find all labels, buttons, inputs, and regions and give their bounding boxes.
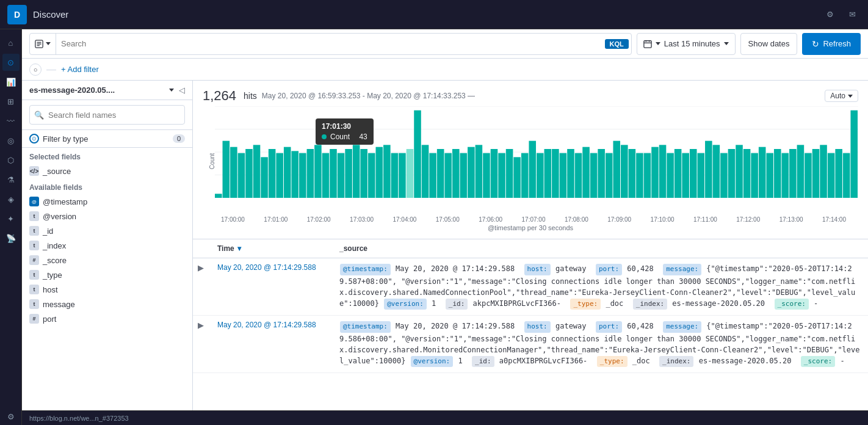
index-pattern-name[interactable]: es-message-2020.05.... (29, 85, 164, 95)
bar-24[interactable] (399, 153, 406, 198)
bar-76[interactable] (797, 145, 805, 198)
bar-32[interactable] (460, 153, 468, 198)
show-dates-button[interactable]: Show dates (740, 33, 798, 55)
bar-3[interactable] (238, 153, 245, 198)
bar-47[interactable] (575, 153, 582, 198)
bar-5[interactable] (253, 145, 261, 198)
bar-0[interactable] (215, 194, 222, 198)
bar-55[interactable] (636, 153, 643, 198)
bar-41[interactable] (529, 141, 536, 198)
bar-37[interactable] (498, 153, 505, 198)
nav-gear-icon[interactable]: ⚙ (2, 408, 20, 425)
bar-12[interactable] (307, 149, 314, 198)
bar-51[interactable] (606, 153, 613, 198)
bar-38[interactable] (506, 149, 513, 198)
bar-20[interactable] (368, 153, 375, 198)
nav-dev-tools-icon[interactable]: ✦ (2, 210, 20, 227)
bar-36[interactable] (491, 149, 498, 198)
row-expand-1[interactable]: ▶ (193, 258, 210, 316)
bar-56[interactable] (644, 153, 651, 198)
nav-visualize-icon[interactable]: 📊 (2, 73, 20, 90)
bar-27[interactable] (422, 145, 429, 198)
nav-graph-icon[interactable]: ⬡ (2, 151, 20, 169)
bar-26[interactable] (414, 111, 421, 198)
bar-8[interactable] (276, 153, 283, 198)
bar-82[interactable] (843, 153, 850, 198)
bar-66[interactable] (720, 153, 728, 198)
bar-57[interactable] (651, 147, 659, 198)
nav-home-icon[interactable]: ⌂ (2, 34, 20, 51)
bar-67[interactable] (728, 149, 736, 198)
filter-collapse-button[interactable]: ○ (29, 64, 42, 76)
nav-discover-icon[interactable]: ⊙ (2, 54, 20, 71)
bar-72[interactable] (766, 153, 773, 198)
bar-74[interactable] (782, 153, 789, 198)
bar-7[interactable] (269, 149, 276, 198)
bar-25[interactable] (407, 149, 414, 198)
row-expand-2[interactable]: ▶ (193, 316, 210, 373)
bar-2[interactable] (230, 147, 237, 198)
bar-23[interactable] (391, 153, 399, 198)
bar-70[interactable] (751, 153, 758, 198)
bar-1[interactable] (223, 141, 230, 198)
bar-35[interactable] (483, 153, 490, 198)
bar-9[interactable] (284, 147, 291, 198)
bar-61[interactable] (682, 153, 689, 198)
mail-icon[interactable]: ✉ (844, 6, 861, 23)
bar-30[interactable] (444, 153, 452, 198)
kql-badge[interactable]: KQL (605, 39, 629, 49)
bar-83[interactable] (850, 111, 858, 198)
bar-22[interactable] (383, 145, 391, 198)
auto-interval-select[interactable]: Auto (825, 90, 858, 102)
time-picker[interactable]: Last 15 minutes (637, 33, 736, 55)
time-col-header[interactable]: Time ▾ (210, 239, 332, 258)
bar-71[interactable] (759, 147, 766, 198)
bar-18[interactable] (353, 145, 360, 198)
bar-78[interactable] (812, 149, 820, 198)
bar-73[interactable] (774, 149, 781, 198)
bar-29[interactable] (437, 149, 444, 198)
index-pattern-chevron[interactable] (169, 89, 174, 92)
bar-65[interactable] (713, 145, 720, 198)
filter-by-type-row[interactable]: ⊙ Filter by type 0 (22, 130, 192, 148)
bar-77[interactable] (805, 153, 812, 198)
bar-80[interactable] (828, 153, 835, 198)
bar-13[interactable] (314, 145, 322, 198)
bar-49[interactable] (590, 153, 598, 198)
bar-58[interactable] (659, 145, 667, 198)
nav-monitoring-icon[interactable]: 📡 (2, 230, 20, 247)
nav-maps-icon[interactable]: ◎ (2, 132, 20, 149)
field-search-input[interactable] (29, 105, 185, 125)
bar-54[interactable] (629, 149, 636, 198)
bar-33[interactable] (468, 147, 475, 198)
bar-64[interactable] (705, 141, 712, 198)
nav-timelion-icon[interactable]: 〰 (2, 112, 20, 129)
bar-16[interactable] (338, 153, 345, 198)
bar-34[interactable] (476, 145, 483, 198)
bar-43[interactable] (544, 149, 552, 198)
bar-81[interactable] (835, 149, 842, 198)
sidebar-collapse-button[interactable]: ◁ (179, 85, 185, 95)
field-item-score[interactable]: # _score (22, 253, 192, 267)
bar-59[interactable] (667, 153, 674, 198)
bar-14[interactable] (322, 153, 330, 198)
bar-48[interactable] (582, 147, 590, 198)
field-item-timestamp[interactable]: @ @timestamp (22, 194, 192, 209)
bar-15[interactable] (330, 149, 337, 198)
field-item-source[interactable]: </> _source (22, 164, 192, 178)
bar-52[interactable] (613, 141, 620, 198)
field-item-message[interactable]: t message (22, 297, 192, 311)
field-item-type[interactable]: t _type (22, 267, 192, 282)
results-area[interactable]: Time ▾ _source ▶ May 20, 2 (193, 239, 868, 410)
field-item-port[interactable]: # port (22, 311, 192, 326)
bar-40[interactable] (521, 153, 529, 198)
bar-39[interactable] (513, 157, 521, 198)
bar-53[interactable] (621, 145, 628, 198)
bar-31[interactable] (452, 149, 460, 198)
bar-79[interactable] (820, 145, 827, 198)
add-filter-button[interactable]: + Add filter (61, 65, 99, 74)
bar-44[interactable] (552, 149, 559, 198)
nav-apm-icon[interactable]: ◈ (2, 191, 20, 208)
bar-17[interactable] (345, 149, 352, 198)
bar-69[interactable] (743, 149, 751, 198)
